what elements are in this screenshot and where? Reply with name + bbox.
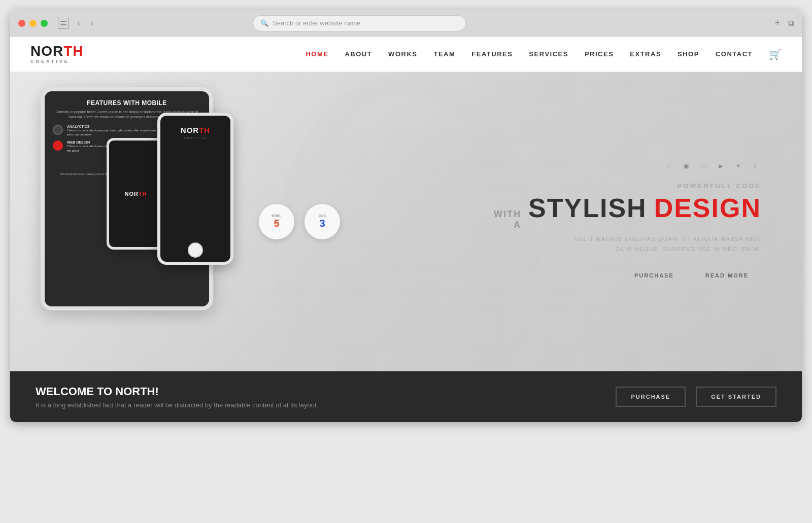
html5-label: HTML bbox=[272, 214, 281, 218]
browser-toolbar: ‹ › 🔍 Search or enter website name + ⧉ bbox=[10, 10, 802, 37]
hero-section: FEATURES WITH MOBILE Contrary to popular… bbox=[10, 72, 802, 371]
nav-item-about[interactable]: ABOUT bbox=[345, 50, 372, 58]
site-nav: HOME ABOUT WORKS TEAM FEATURES SERVICES … bbox=[306, 48, 782, 60]
nav-item-home[interactable]: HOME bbox=[306, 50, 328, 58]
hero-with-a: WITH A bbox=[494, 209, 521, 230]
new-tab-button[interactable]: + bbox=[774, 18, 780, 28]
twitter-icon[interactable]: ✦ bbox=[732, 160, 744, 172]
css3-num: 3 bbox=[319, 218, 325, 229]
nav-item-shop[interactable]: SHOP bbox=[678, 50, 699, 58]
hero-stylish: STYLISH bbox=[528, 193, 647, 223]
nav-item-prices[interactable]: PRICES bbox=[585, 50, 614, 58]
nav-item-features[interactable]: FEATURES bbox=[471, 50, 513, 58]
welcome-get-started-button[interactable]: GET STARTED bbox=[696, 387, 776, 407]
svg-point-1 bbox=[340, 93, 472, 225]
nav-item-extras[interactable]: EXTRAS bbox=[630, 50, 661, 58]
welcome-bar: WELCOME TO NORTH! It is a long establish… bbox=[10, 371, 802, 422]
css3-label: CSS bbox=[319, 214, 326, 218]
pinterest-icon[interactable]: ♡ bbox=[663, 160, 675, 172]
website-content: NORTH CREATIVE HOME ABOUT WORKS TEAM FEA… bbox=[10, 37, 802, 422]
sidebar-toggle-button[interactable] bbox=[58, 18, 69, 29]
hero-body: VELIT MAURIS EGESTAS QUAM, UT ALIQUA MAS… bbox=[518, 234, 761, 255]
logo-sub: CREATIVE bbox=[30, 59, 84, 64]
phone-left-screen: NORTH bbox=[109, 141, 162, 247]
hero-tech-badges: HTML 5 CSS 3 bbox=[259, 204, 340, 239]
browser-actions: + ⧉ bbox=[774, 18, 794, 28]
site-header: NORTH CREATIVE HOME ABOUT WORKS TEAM FEA… bbox=[10, 37, 802, 72]
logo[interactable]: NORTH CREATIVE bbox=[30, 44, 84, 64]
hero-body-line2: QUIS NEQUE. SUSPENDISSE IN ORCI ENIM. bbox=[518, 245, 761, 255]
google-plus-icon[interactable]: G+ bbox=[697, 160, 709, 172]
social-icons: ♡ ▣ G+ ▶ ✦ f bbox=[518, 160, 761, 172]
cart-icon[interactable]: 🛒 bbox=[769, 48, 782, 60]
welcome-purchase-button[interactable]: PURCHASE bbox=[616, 387, 686, 407]
traffic-light-minimize[interactable] bbox=[29, 20, 37, 27]
feature-icon-2 bbox=[53, 141, 63, 151]
nav-item-contact[interactable]: CONTACT bbox=[716, 50, 753, 58]
feature-icon-1 bbox=[53, 125, 63, 135]
vimeo-icon[interactable]: ▣ bbox=[680, 160, 692, 172]
browser-window: ‹ › 🔍 Search or enter website name + ⧉ N… bbox=[10, 10, 802, 422]
phone-home-button bbox=[188, 242, 203, 258]
logo-th: TH bbox=[63, 43, 83, 59]
youtube-icon[interactable]: ▶ bbox=[715, 160, 727, 172]
welcome-desc: It is a long established fact that a rea… bbox=[36, 401, 616, 409]
hero-read-more-button[interactable]: READ MORE bbox=[693, 266, 761, 284]
hero-design: DESIGN bbox=[654, 193, 761, 223]
logo-north: NOR bbox=[30, 43, 63, 59]
phone-right-mockup: NORTH CREATIVE bbox=[157, 113, 233, 265]
traffic-lights bbox=[18, 20, 48, 27]
welcome-buttons: PURCHASE GET STARTED bbox=[616, 387, 776, 407]
address-bar[interactable]: 🔍 Search or enter website name bbox=[253, 15, 466, 31]
phone-right-logo: NORTH bbox=[181, 126, 210, 134]
search-icon: 🔍 bbox=[260, 19, 268, 27]
address-bar-text: Search or enter website name bbox=[273, 19, 360, 27]
welcome-text: WELCOME TO NORTH! It is a long establish… bbox=[36, 385, 616, 409]
welcome-title: WELCOME TO NORTH! bbox=[36, 385, 616, 398]
phone-left-logo: NORTH bbox=[124, 191, 147, 197]
html5-badge: HTML 5 bbox=[259, 204, 294, 239]
hero-text: ♡ ▣ G+ ▶ ✦ f POWERFULL CODE WITH A STYLI… bbox=[518, 160, 761, 284]
hero-buttons: PURCHASE READ MORE bbox=[518, 266, 761, 284]
phone-left-mockup: NORTH bbox=[107, 138, 165, 250]
traffic-light-fullscreen[interactable] bbox=[41, 20, 48, 27]
traffic-light-close[interactable] bbox=[18, 20, 25, 27]
nav-item-works[interactable]: WORKS bbox=[388, 50, 417, 58]
hero-headline: WITH A STYLISH DESIGN bbox=[518, 193, 761, 230]
svg-rect-2 bbox=[340, 258, 472, 372]
css3-badge: CSS 3 bbox=[304, 204, 340, 239]
hero-eyebrow: POWERFULL CODE bbox=[518, 182, 761, 190]
forward-button[interactable]: › bbox=[88, 18, 95, 28]
tablet-title: FEATURES WITH MOBILE bbox=[53, 99, 201, 107]
hero-purchase-button[interactable]: PURCHASE bbox=[622, 266, 687, 284]
nav-item-services[interactable]: SERVICES bbox=[529, 50, 568, 58]
hero-devices: FEATURES WITH MOBILE Contrary to popular… bbox=[10, 72, 274, 371]
nav-item-team[interactable]: TEAM bbox=[433, 50, 455, 58]
tabs-button[interactable]: ⧉ bbox=[788, 18, 794, 28]
html5-num: 5 bbox=[274, 218, 279, 229]
phone-right-sub: CREATIVE bbox=[184, 136, 207, 140]
facebook-icon[interactable]: f bbox=[749, 160, 761, 172]
back-button[interactable]: ‹ bbox=[75, 18, 82, 28]
hero-body-line1: VELIT MAURIS EGESTAS QUAM, UT ALIQUA MAS… bbox=[518, 234, 761, 245]
phone-right-screen: NORTH CREATIVE bbox=[160, 116, 230, 262]
